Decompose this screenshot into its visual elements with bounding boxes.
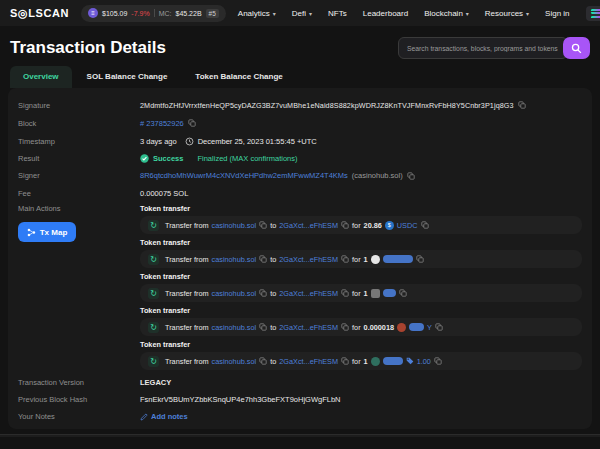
version-row: Transaction Version LEGACY <box>18 374 582 391</box>
from-address-link[interactable]: casinohub.sol <box>212 289 257 298</box>
token-transfer-row: ↻ Transfer from casinohub.sol to 2GaXct.… <box>140 284 582 302</box>
nav-nfts[interactable]: NFTs <box>328 9 347 18</box>
token-transfer-label: Token transfer <box>140 340 582 349</box>
token-transfer-row: ↻ Transfer from casinohub.sol to 2GaXct.… <box>140 216 582 234</box>
search-button[interactable] <box>563 37 590 59</box>
copy-icon[interactable] <box>259 323 267 331</box>
transfer-icon: ↻ <box>148 254 159 265</box>
main-actions-row: Main Actions Tx Map Token transfer ↻ Tra… <box>18 202 582 374</box>
copy-icon[interactable] <box>416 255 424 263</box>
from-address-link[interactable]: casinohub.sol <box>212 221 257 230</box>
copy-icon[interactable] <box>518 101 526 109</box>
nav-defi[interactable]: Defi <box>292 9 312 18</box>
redacted-token-name <box>383 289 396 297</box>
to-address-link[interactable]: 2GaXct...eFhESM <box>279 255 338 264</box>
tab-token-balance-change[interactable]: Token Balance Change <box>182 66 295 88</box>
to-address-link[interactable]: 2GaXct...eFhESM <box>279 323 338 332</box>
signer-row: Signer 8R6qtcdhoMhWuwrM4cXNVdXeHPdhw2emM… <box>18 167 582 184</box>
main-actions-label: Main Actions <box>18 204 140 213</box>
redacted-token-name <box>409 323 424 331</box>
signature-value: 2MdmtfoZHfJVrrxtfenHeQP5cyDAZG3BZ7vuMBhe… <box>140 101 514 110</box>
topbar: S◎LSCAN ≡ $105.09 -7.9% MC: $45.22B #5 A… <box>0 0 600 26</box>
copy-icon[interactable] <box>421 221 429 229</box>
to-address-link[interactable]: 2GaXct...eFhESM <box>279 221 338 230</box>
timestamp-relative: 3 days ago <box>140 137 177 146</box>
token-transfer-group: Token transfer ↻ Transfer from casinohub… <box>140 204 582 234</box>
transfer-icon: ↻ <box>148 288 159 299</box>
sol-price-pill[interactable]: ≡ $105.09 -7.9% MC: $45.22B #5 <box>81 5 226 22</box>
search-icon <box>571 43 582 54</box>
prev-block-hash-label: Previous Block Hash <box>18 395 140 404</box>
token-icon <box>371 357 380 366</box>
block-link[interactable]: # 237852926 <box>140 119 184 128</box>
tx-map-icon <box>27 228 36 237</box>
copy-icon[interactable] <box>407 172 415 180</box>
to-address-link[interactable]: 2GaXct...eFhESM <box>279 357 338 366</box>
token-transfer-group: Token transfer ↻ Transfer from casinohub… <box>140 340 582 370</box>
copy-icon[interactable] <box>341 357 349 365</box>
copy-icon[interactable] <box>435 323 443 331</box>
token-transfers: Token transfer ↻ Transfer from casinohub… <box>140 202 582 374</box>
from-address-link[interactable]: casinohub.sol <box>212 255 257 264</box>
token-transfer-group: Token transfer ↻ Transfer from casinohub… <box>140 272 582 302</box>
fee-value: 0.000075 SOL <box>140 189 188 198</box>
transaction-details-card: Signature 2MdmtfoZHfJVrrxtfenHeQP5cyDAZG… <box>8 88 592 429</box>
copy-icon[interactable] <box>259 221 267 229</box>
copy-icon[interactable] <box>341 289 349 297</box>
copy-icon[interactable] <box>341 221 349 229</box>
redacted-token-name <box>383 357 403 365</box>
token-transfer-row: ↻ Transfer from casinohub.sol to 2GaXct.… <box>140 318 582 336</box>
result-row: Result Success Finalized (MAX confirmati… <box>18 150 582 167</box>
page-title: Transaction Details <box>10 38 166 58</box>
your-notes-label: Your Notes <box>18 412 140 421</box>
nav-leaderboard[interactable]: Leaderboard <box>363 9 408 18</box>
to-address-link[interactable]: 2GaXct...eFhESM <box>279 289 338 298</box>
tab-overview[interactable]: Overview <box>10 66 72 88</box>
token-icon <box>371 255 380 264</box>
copy-icon[interactable] <box>434 357 442 365</box>
sign-in-button[interactable]: Sign in <box>545 9 569 18</box>
copy-icon[interactable] <box>259 289 267 297</box>
your-notes-row: Your Notes Add notes <box>18 408 582 425</box>
solana-network-icon[interactable] <box>586 6 600 21</box>
usdc-token-icon: $ <box>385 221 394 230</box>
add-notes-link[interactable]: Add notes <box>140 412 188 421</box>
transfer-amount: 1 <box>364 255 368 264</box>
sol-price: $105.09 <box>102 10 127 17</box>
tx-map-button[interactable]: Tx Map <box>18 222 76 242</box>
clock-icon <box>185 137 194 146</box>
solscan-logo[interactable]: S◎LSCAN <box>10 7 69 20</box>
copy-icon[interactable] <box>341 323 349 331</box>
market-cap-label: MC: <box>159 10 172 17</box>
timestamp-row: Timestamp 3 days ago December 25, 2023 0… <box>18 132 582 150</box>
token-transfer-row: ↻ Transfer from casinohub.sol to 2GaXct.… <box>140 352 582 370</box>
token-link[interactable]: Y <box>427 323 432 332</box>
fee-row: Fee 0.000075 SOL <box>18 184 582 202</box>
token-icon <box>371 289 380 298</box>
version-value: LEGACY <box>140 378 171 387</box>
from-address-link[interactable]: casinohub.sol <box>212 323 257 332</box>
sol-price-change: -7.9% <box>131 10 149 17</box>
token-transfer-label: Token transfer <box>140 272 582 281</box>
copy-icon[interactable] <box>188 119 196 127</box>
signer-address-link[interactable]: 8R6qtcdhoMhWuwrM4cXNVdXeHPdhw2emMFwwMZ4T… <box>140 171 348 180</box>
nav-analytics[interactable]: Analytics <box>238 9 276 18</box>
copy-icon[interactable] <box>341 255 349 263</box>
pencil-icon <box>140 413 148 421</box>
nav-blockchain[interactable]: Blockchain <box>424 9 469 18</box>
token-transfer-group: Token transfer ↻ Transfer from casinohub… <box>140 306 582 336</box>
nav-resources[interactable]: Resources <box>485 9 529 18</box>
token-transfer-label: Token transfer <box>140 204 582 213</box>
from-address-link[interactable]: casinohub.sol <box>212 357 257 366</box>
copy-icon[interactable] <box>259 357 267 365</box>
market-cap-value: $45.22B <box>175 10 201 17</box>
search-bar <box>398 37 590 59</box>
redacted-token-name <box>383 255 413 263</box>
copy-icon[interactable] <box>259 255 267 263</box>
tab-sol-balance-change[interactable]: SOL Balance Change <box>74 66 181 88</box>
search-input[interactable] <box>398 37 568 59</box>
copy-icon[interactable] <box>399 289 407 297</box>
signer-domain: (casinohub.sol) <box>352 171 403 180</box>
result-finality: Finalized (MAX confirmations) <box>197 154 297 163</box>
token-link[interactable]: USDC <box>397 221 418 230</box>
